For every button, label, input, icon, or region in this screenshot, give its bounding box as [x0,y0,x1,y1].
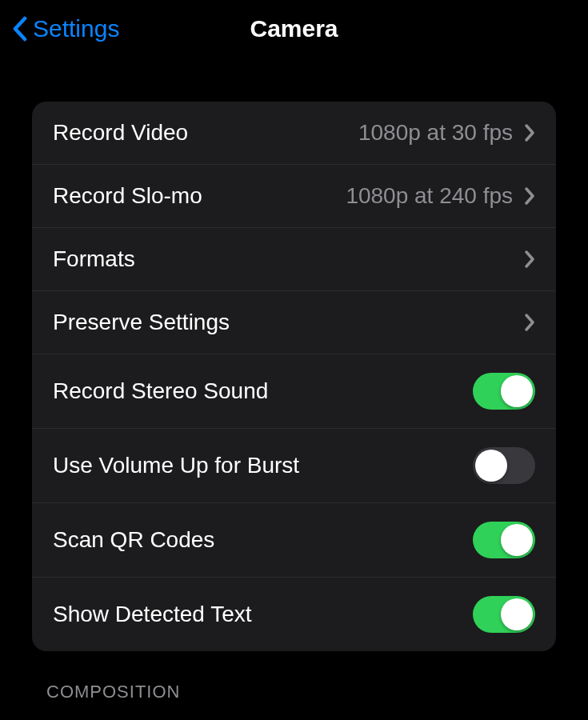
chevron-right-icon [524,123,535,142]
row-value: 1080p at 240 fps [346,183,513,209]
row-label: Formats [53,246,135,272]
chevron-right-icon [524,186,535,206]
toggle-knob [501,598,533,630]
scan-qr-codes-toggle[interactable] [473,522,535,558]
row-label: Record Video [53,120,188,146]
volume-up-burst-toggle[interactable] [473,447,535,484]
chevron-right-icon [524,313,535,332]
row-label: Preserve Settings [53,310,230,335]
formats-row[interactable]: Formats [32,228,556,291]
page-title: Camera [250,15,338,42]
chevron-left-icon [12,16,28,42]
record-slomo-row[interactable]: Record Slo-mo 1080p at 240 fps [32,165,556,228]
toggle-knob [475,450,507,482]
show-detected-text-toggle[interactable] [473,596,535,633]
scan-qr-codes-row: Scan QR Codes [32,503,556,578]
row-right: 1080p at 240 fps [346,183,535,209]
record-stereo-sound-toggle[interactable] [473,373,535,410]
back-label: Settings [33,15,119,42]
preserve-settings-row[interactable]: Preserve Settings [32,291,556,354]
record-stereo-sound-row: Record Stereo Sound [32,354,556,429]
row-label: Record Stereo Sound [53,378,268,404]
chevron-right-icon [524,250,535,269]
row-right [524,313,535,332]
volume-up-burst-row: Use Volume Up for Burst [32,429,556,503]
row-label: Use Volume Up for Burst [53,453,299,478]
row-label: Show Detected Text [53,602,252,627]
row-label: Scan QR Codes [53,527,214,553]
show-detected-text-row: Show Detected Text [32,578,556,651]
row-right [524,250,535,269]
toggle-knob [501,524,533,556]
settings-group: Record Video 1080p at 30 fps Record Slo-… [32,102,556,651]
record-video-row[interactable]: Record Video 1080p at 30 fps [32,102,556,165]
row-value: 1080p at 30 fps [358,120,513,146]
navigation-bar: Settings Camera [0,0,588,58]
composition-section-header: COMPOSITION [46,682,542,702]
row-right: 1080p at 30 fps [358,120,535,146]
back-button[interactable]: Settings [12,15,119,42]
row-label: Record Slo-mo [53,183,202,209]
toggle-knob [501,375,533,407]
